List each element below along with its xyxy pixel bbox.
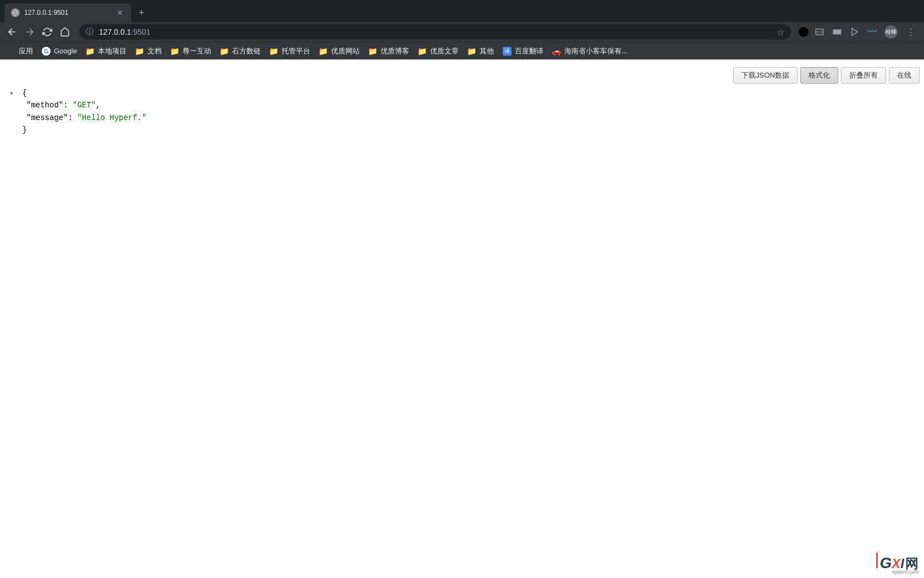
info-icon[interactable]: ⓘ [86, 27, 94, 37]
json-key-message: "message" [26, 113, 68, 122]
svg-point-3 [821, 31, 822, 32]
online-button[interactable]: 在线 [889, 67, 920, 84]
address-bar[interactable]: ⓘ 127.0.0.1:9501 ☆ [79, 24, 791, 40]
extension-icon-1[interactable] [799, 27, 809, 37]
extension-icon-5[interactable]: 〰 [866, 25, 879, 39]
extension-icon-2[interactable] [813, 25, 826, 39]
new-tab-button[interactable]: + [131, 3, 152, 22]
page-content: 下载JSON数据 格式化 折叠所有 在线 ▼ { "method": "GET"… [0, 59, 924, 578]
bookmark-quality-blog[interactable]: 📁 优质博客 [369, 46, 409, 56]
menu-button[interactable]: ⋮ [902, 27, 920, 37]
google-icon: G [42, 47, 51, 56]
apps-icon [7, 47, 15, 56]
svg-rect-1 [816, 29, 823, 35]
folder-icon: 📁 [86, 47, 95, 56]
close-icon[interactable]: ✕ [116, 8, 124, 17]
bookmark-shifang[interactable]: 📁 石方数链 [220, 46, 261, 56]
json-close-brace: } [22, 126, 26, 134]
bookmark-star-icon[interactable]: ☆ [777, 27, 784, 37]
json-open-line: ▼ { [10, 87, 924, 99]
json-value-method: "GET" [73, 101, 96, 110]
folder-icon: 📁 [220, 47, 229, 56]
download-json-button[interactable]: 下载JSON数据 [733, 67, 798, 84]
browser-tab-bar: 127.0.0.1:9501 ✕ + [0, 0, 924, 22]
svg-rect-4 [833, 30, 842, 35]
bookmark-quality-article[interactable]: 📁 优质文章 [418, 46, 459, 56]
back-button[interactable] [4, 24, 20, 40]
format-button[interactable]: 格式化 [800, 67, 838, 84]
watermark-logo: G X I 网 system.com [876, 553, 919, 572]
globe-icon [11, 8, 20, 17]
bookmark-hainan-car[interactable]: 🚗 海南省小客车保有... [552, 46, 628, 56]
bookmark-quality-site[interactable]: 📁 优质网站 [319, 46, 360, 56]
bookmark-other[interactable]: 📁 其他 [468, 46, 494, 56]
folder-icon: 📁 [369, 47, 377, 56]
car-icon: 🚗 [552, 47, 561, 56]
json-line-2: "message": "Hello Hyperf." [26, 112, 924, 124]
json-open-brace: { [22, 89, 26, 97]
bookmark-google[interactable]: G Google [42, 47, 77, 56]
bookmark-docs[interactable]: 📁 文档 [135, 46, 162, 56]
json-line-1: "method": "GET", [26, 99, 924, 111]
folder-icon: 📁 [319, 47, 328, 56]
forward-button[interactable] [22, 24, 37, 40]
extension-icon-3[interactable] [831, 25, 844, 39]
json-key-method: "method" [26, 101, 63, 110]
collapse-toggle-icon[interactable]: ▼ [10, 90, 18, 99]
bookmark-zunyi[interactable]: 📁 尊一互动 [170, 46, 211, 56]
url-text: 127.0.0.1:9501 [99, 28, 150, 36]
browser-tab[interactable]: 127.0.0.1:9501 ✕ [4, 3, 131, 22]
bookmark-baidu-translate[interactable]: 译 百度翻译 [503, 46, 543, 56]
json-close-line: } [10, 124, 924, 136]
collapse-all-button[interactable]: 折叠所有 [841, 67, 886, 84]
extension-icon-4[interactable] [848, 25, 861, 39]
bookmark-hosting[interactable]: 📁 托管平台 [270, 46, 310, 56]
folder-icon: 📁 [270, 47, 278, 56]
translate-icon: 译 [503, 47, 512, 56]
folder-icon: 📁 [135, 47, 144, 56]
json-toolbar: 下载JSON数据 格式化 折叠所有 在线 [733, 67, 920, 84]
bookmark-local[interactable]: 📁 本地项目 [86, 46, 127, 56]
bookmark-apps[interactable]: 应用 [7, 46, 33, 56]
folder-icon: 📁 [468, 47, 476, 56]
json-value-message: "Hello Hyperf." [77, 113, 146, 122]
browser-toolbar: ⓘ 127.0.0.1:9501 ☆ 〰 桂锋 ⋮ [0, 22, 924, 42]
reload-button[interactable] [40, 24, 55, 40]
folder-icon: 📁 [418, 47, 427, 56]
svg-point-2 [817, 31, 818, 32]
tab-title: 127.0.0.1:9501 [24, 9, 111, 17]
folder-icon: 📁 [170, 47, 179, 56]
user-avatar[interactable]: 桂锋 [884, 25, 898, 39]
bookmarks-bar: 应用 G Google 📁 本地项目 📁 文档 📁 尊一互动 📁 石方数链 📁 … [0, 42, 924, 59]
home-button[interactable] [57, 24, 73, 40]
